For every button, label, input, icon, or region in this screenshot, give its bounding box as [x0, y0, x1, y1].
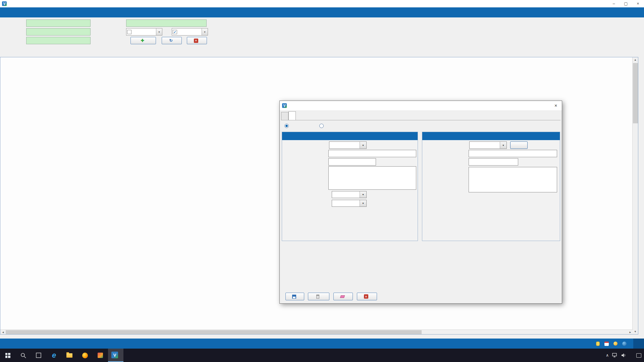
party-input[interactable] — [126, 19, 207, 27]
tray-volume-icon[interactable] — [621, 349, 626, 362]
firefox-icon — [82, 353, 88, 358]
close-window-button[interactable]: × — [632, 0, 644, 7]
category-input[interactable] — [26, 37, 91, 44]
calendar-dropdown-icon[interactable]: ▼ — [360, 142, 366, 148]
status-bar — [0, 339, 644, 349]
close-icon: × — [194, 39, 198, 43]
radio-document-icon — [284, 124, 289, 128]
save-button[interactable] — [285, 293, 304, 300]
dialog-tabs — [281, 111, 560, 120]
company-input[interactable] — [26, 19, 91, 27]
scroll-down-icon[interactable]: ▼ — [633, 329, 638, 334]
start-button[interactable] — [0, 349, 15, 362]
date-to-field[interactable]: ✓ ▼ — [172, 28, 208, 36]
date-to-dropdown-icon[interactable]: ▼ — [202, 28, 208, 35]
add-icon: ✚ — [141, 39, 144, 43]
delete-button[interactable] — [308, 293, 329, 300]
horizontal-scroll-thumb[interactable] — [6, 330, 422, 335]
search-icon — [20, 353, 26, 358]
vertical-scrollbar[interactable]: ▲ ▼ — [632, 57, 638, 334]
add-new-button[interactable]: ✚ — [130, 37, 156, 44]
erp-app-button[interactable]: V — [108, 349, 123, 362]
date-to-checkbox[interactable]: ✓ — [173, 30, 177, 34]
tab-follow-up-entry[interactable] — [288, 111, 296, 120]
edge-button[interactable]: e — [46, 349, 62, 362]
firefox-button[interactable] — [77, 349, 93, 362]
delete-icon — [316, 295, 319, 299]
filter-panel: ▼ ✓ ▼ ✚ ↻ × — [0, 17, 644, 48]
next-contact-no-input[interactable] — [469, 158, 518, 166]
title-bar: V – ▢ × — [0, 0, 644, 7]
network-icon — [613, 342, 618, 346]
app-tile-icon — [98, 353, 103, 358]
app-logo-icon: V — [2, 1, 7, 6]
save-icon — [292, 295, 296, 299]
scroll-right-icon[interactable]: ► — [628, 330, 633, 335]
system-tray: ∧ — [606, 349, 644, 362]
scroll-up-icon[interactable]: ▲ — [633, 57, 638, 62]
dialog-logo-icon: V — [282, 103, 287, 108]
tray-expand-icon[interactable]: ∧ — [606, 349, 609, 362]
task-view-icon — [36, 353, 41, 358]
follow-up-dialog: V × ▼ ▼ ▼ — [279, 101, 562, 304]
date-from-checkbox[interactable] — [127, 30, 131, 34]
maximize-button[interactable]: ▢ — [620, 0, 632, 7]
close-dialog-icon: × — [364, 294, 368, 299]
view-tabs — [0, 48, 644, 57]
next-calendar-dropdown-icon[interactable]: ▼ — [500, 142, 506, 148]
radio-document-details-wise[interactable] — [319, 123, 325, 128]
follow-up-details-panel-title — [282, 132, 418, 140]
contact-person-input[interactable] — [328, 150, 416, 157]
windows-logo-icon — [5, 353, 10, 358]
pinned-app-button[interactable] — [93, 349, 108, 362]
clear-date-button[interactable] — [510, 141, 528, 149]
close-filter-button[interactable]: × — [187, 37, 207, 44]
branch-input[interactable] — [26, 28, 91, 36]
task-view-button[interactable] — [31, 349, 46, 362]
contact-no-input[interactable] — [328, 158, 376, 166]
clear-icon — [340, 295, 345, 298]
tab-previous-follow-up[interactable] — [281, 112, 288, 120]
scroll-left-icon[interactable]: ◄ — [0, 330, 6, 335]
calendar-icon — [604, 342, 609, 346]
follow-up-details-panel: ▼ ▼ ▼ — [282, 132, 418, 241]
erp-app-icon: V — [111, 352, 118, 358]
window-controls: – ▢ × — [608, 0, 644, 7]
radio-document-details-icon — [319, 124, 324, 128]
minimize-button[interactable]: – — [608, 0, 620, 7]
next-follow-up-details-input[interactable] — [469, 167, 557, 192]
dialog-title-bar: V × — [280, 101, 562, 110]
next-contact-person-input[interactable] — [469, 150, 557, 157]
file-explorer-button[interactable] — [62, 349, 77, 362]
status-right — [596, 339, 644, 349]
edge-icon: e — [52, 352, 56, 359]
next-follow-up-date-input[interactable]: ▼ — [469, 141, 507, 149]
company-icon — [622, 342, 627, 346]
menu-bar — [0, 7, 644, 17]
reset-icon: ↻ — [169, 39, 172, 43]
vertical-scroll-thumb[interactable] — [633, 63, 638, 123]
status-select[interactable]: ▼ — [332, 191, 367, 198]
search-button[interactable] — [15, 349, 31, 362]
date-from-field[interactable]: ▼ — [126, 28, 162, 36]
status-dropdown-icon[interactable]: ▼ — [360, 191, 366, 198]
follow-up-date-input[interactable]: ▼ — [329, 141, 367, 149]
clear-button[interactable] — [333, 293, 353, 300]
reset-button[interactable]: ↻ — [162, 37, 182, 44]
folder-icon — [66, 353, 72, 358]
remark-dropdown-icon[interactable]: ▼ — [360, 200, 366, 206]
next-follow-up-panel-title — [422, 132, 560, 140]
next-follow-up-panel: ▼ — [422, 132, 560, 241]
taskbar: e V ∧ — [0, 349, 644, 362]
tray-network-icon[interactable] — [612, 349, 618, 362]
notification-center-icon[interactable] — [636, 349, 641, 362]
date-from-dropdown-icon[interactable]: ▼ — [156, 28, 162, 35]
status-mode-badge — [633, 339, 644, 349]
radio-document[interactable] — [284, 123, 290, 128]
follow-up-details-input[interactable] — [328, 166, 416, 190]
horizontal-scrollbar[interactable]: ◄ ► — [0, 329, 633, 335]
close-dialog-button[interactable]: × — [357, 293, 377, 300]
dialog-close-icon[interactable]: × — [550, 101, 562, 110]
remark-select[interactable]: ▼ — [332, 200, 367, 207]
database-icon — [596, 342, 600, 346]
